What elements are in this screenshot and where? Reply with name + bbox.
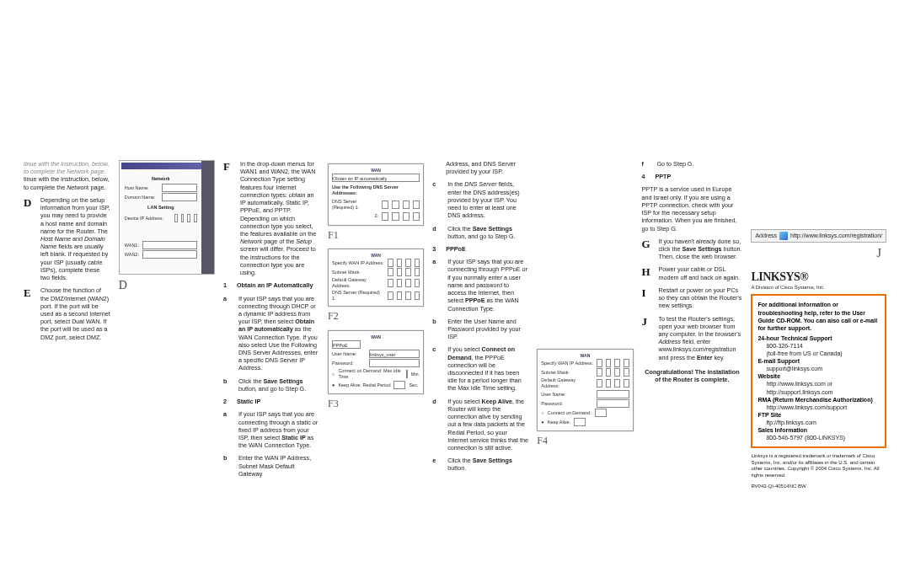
address-bar: Address http://www.linksys.com/registrat… <box>751 229 886 243</box>
addr-url: http://www.linksys.com/registration/ <box>790 233 882 240</box>
caption-F2: F2 <box>328 310 424 323</box>
column-6: WAN Specify WAN IP Address: Subnet Mask:… <box>537 160 633 487</box>
logo-sub: A Division of Cisco Systems, Inc. <box>751 285 886 291</box>
s2-b-text: Enter the WAN IP Address, Subnet Mask De… <box>238 454 319 478</box>
figure-F2: WAN Specify WAN IP Address: Subnet Mask:… <box>328 249 424 307</box>
s1-a-label: a <box>223 295 233 372</box>
f4-o2: Keep Alive: <box>548 420 571 425</box>
ob-v3b: http://support.linksys.com <box>766 388 880 396</box>
column-8: Address http://www.linksys.com/registrat… <box>751 160 886 487</box>
ob-l1: 24-hour Technical Support <box>757 334 880 342</box>
f3-sec: Sec. <box>409 382 418 388</box>
f3-l2: Password: <box>332 361 366 366</box>
f4-title: WAN <box>541 353 629 358</box>
ob-intro: For additional information or troublesho… <box>757 301 880 331</box>
c5-c-label: c <box>432 180 442 219</box>
f4-l3: Default Gateway Address: <box>541 377 593 389</box>
ob-l6: Sales Information <box>757 426 880 434</box>
s3-c-text: If you select Connect on Demand, the PPP… <box>447 345 528 392</box>
f2-l4: DNS Server (Required) 1: <box>332 290 384 302</box>
ie-icon <box>779 232 788 240</box>
f1-mode: Obtain an IP automatically <box>333 176 387 181</box>
f2-l1: Specify WAN IP Address: <box>332 260 384 266</box>
s3-e-label: e <box>432 457 442 472</box>
support-box: For additional information or troublesho… <box>751 294 886 448</box>
f3-min: Min. <box>411 372 420 377</box>
page: tinue with the instruction, below, to co… <box>0 0 910 588</box>
f4-l5: Password: <box>541 401 593 407</box>
step-J-label: J <box>642 315 654 361</box>
s3-e-text: Click the Save Settings button. <box>447 457 528 472</box>
ob-v2: support@linksys.com <box>766 365 880 372</box>
ob-v3a: http://www.linksys.com or <box>766 380 880 388</box>
column-4: WAN Obtain an IP automatically Use the F… <box>328 160 424 487</box>
column-2: Network Host Name: Domain Name: LAN Sett… <box>119 160 215 487</box>
c5-c-text: In the DNS Server fields, enter the DNS … <box>447 180 528 219</box>
ob-v6: 800-546-5797 (800-LINKSYS) <box>766 434 880 441</box>
step-E-text: Choose the function of the DMZ/Internet … <box>40 286 110 341</box>
s3-c-label: c <box>432 345 442 392</box>
figure-F4: WAN Specify WAN IP Address: Subnet Mask:… <box>537 349 633 431</box>
c7-f-text: Go to Step G. <box>657 160 694 168</box>
f3-mode: PPPoE <box>333 343 348 348</box>
d-pre-real: tinue with the instruction, below, to co… <box>24 175 110 190</box>
section-4-num: 4 <box>642 173 650 180</box>
f2-title: WAN <box>332 253 420 258</box>
ob-l2: E-mail Support <box>757 357 880 365</box>
section-3-title: PPPoE <box>446 245 466 253</box>
content-columns: tinue with the instruction, below, to co… <box>24 160 886 487</box>
f1-chk: Use the Following DNS Server Addresses: <box>332 184 420 196</box>
f3-l1: User Name: <box>332 351 366 357</box>
section-2-title: Static IP <box>237 398 260 405</box>
f4-l2: Subnet Mask: <box>541 370 593 376</box>
f1-d2: 2: <box>332 213 378 219</box>
figure-D-caption: D <box>119 278 215 293</box>
addr-label: Address <box>755 233 777 240</box>
ob-v5: ftp://ftp.linksys.com <box>766 419 880 426</box>
step-I-label: I <box>642 286 654 310</box>
step-H-text: Power your cable or DSL modem off and ba… <box>659 265 743 281</box>
column-3: FIn the drop-down menus for WAN1 and WAN… <box>223 160 319 487</box>
s1-a-text: If your ISP says that you are connecting… <box>238 295 319 372</box>
f1-d1: DNS Server (Required) 1: <box>332 199 378 211</box>
f4-o1: Connect on Demand: <box>548 410 592 416</box>
c5-top: Address, and DNS Server provided by your… <box>446 160 528 175</box>
s3-b-label: b <box>432 318 442 341</box>
section-3-num: 3 <box>432 245 441 253</box>
s2-a-label: a <box>223 410 233 449</box>
section-2-num: 2 <box>223 398 232 405</box>
f3-o1: Connect on Demand: Max Idle Time <box>338 368 402 380</box>
f3-title: WAN <box>332 334 420 339</box>
f4-l4: User Name: <box>541 392 593 398</box>
figure-D-image: Network Host Name: Domain Name: LAN Sett… <box>119 160 215 275</box>
section-1-title: Obtain an IP Automatically <box>237 281 313 289</box>
congrat-text: Congratulations! The installation of the… <box>642 368 743 383</box>
ob-l5: FTP Site <box>757 411 880 419</box>
s1-b-text: Click the Save Settings button, and go t… <box>238 377 319 393</box>
c7-f-label: f <box>642 160 652 168</box>
ob-l3: Website <box>757 372 880 380</box>
ob-l4: RMA (Return Merchandise Authorization) <box>757 396 880 404</box>
step-H-label: H <box>642 265 654 281</box>
step-G-text: If you haven't already done so, click th… <box>659 238 743 261</box>
c5-d-label: d <box>432 225 442 240</box>
partno: RV042-QI-40514NC BW <box>751 484 886 490</box>
step-F-label: F <box>223 160 235 276</box>
column-5: Address, and DNS Server provided by your… <box>432 160 528 487</box>
step-J-text: To test the Router's settings, open your… <box>659 315 743 361</box>
s2-b-label: b <box>223 454 233 478</box>
f2-l2: Subnet Mask: <box>332 270 384 275</box>
section-4-title: PPTP <box>656 173 672 180</box>
c5-d-text: Click the Save Settings button, and go t… <box>447 225 528 240</box>
linksys-logo: LINKSYS® <box>751 270 886 285</box>
step-G-label: G <box>642 238 654 261</box>
s3-a-text: If your ISP says that you are connecting… <box>447 258 528 313</box>
d-pre-text: tinue with the instruction, below, to co… <box>24 160 110 175</box>
s1-b-label: b <box>223 377 233 393</box>
f4-l1: Specify WAN IP Address: <box>541 361 593 366</box>
s2-a-text: If your ISP says that you are connecting… <box>238 410 319 449</box>
step-I-text: Restart or power on your PCs so they can… <box>659 286 743 310</box>
ob-v1b: (toll-free from US or Canada) <box>766 350 880 357</box>
step-E-label: E <box>24 286 35 341</box>
caption-J: J <box>751 246 881 261</box>
